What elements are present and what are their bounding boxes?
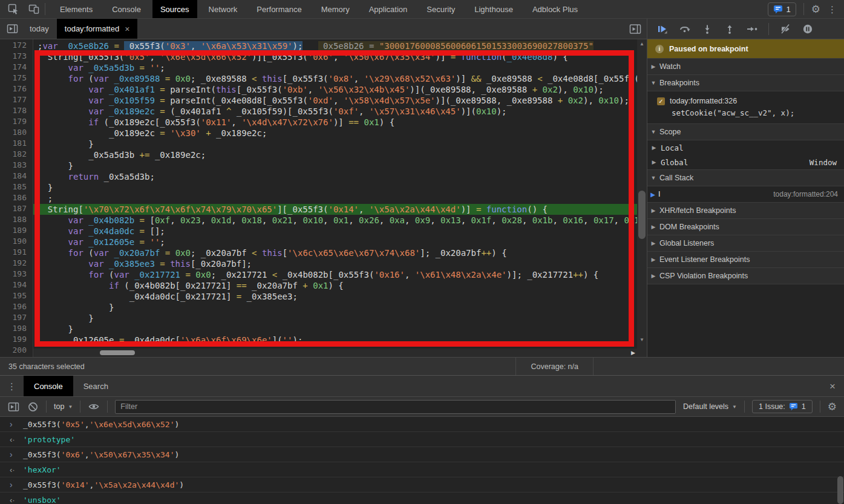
line-number[interactable]: 191 [0, 247, 33, 258]
call-stack-frame[interactable]: ▶Itoday:formatted:204 [647, 186, 844, 202]
line-number[interactable]: 181 [0, 139, 33, 149]
editor-horizontal-scrollbar[interactable]: ▶ [33, 349, 637, 357]
code-line[interactable]: var _0x401af1 = parseInt(this[_0x55f3('0… [33, 84, 637, 95]
code-line[interactable]: var _0x189e2c = (_0x401af1 ^ _0x105f59)[… [33, 106, 637, 117]
line-number[interactable]: 187 [0, 204, 33, 215]
tab-console[interactable]: Console [104, 0, 149, 18]
code-line[interactable]: var _0x4da0dc = []; [33, 226, 637, 237]
code-line[interactable]: var _0x385ee3 = this[_0x20a7bf]; [33, 258, 637, 269]
drawer-close-icon[interactable]: × [827, 376, 838, 398]
device-toolbar-icon[interactable] [28, 3, 40, 15]
line-number[interactable]: 190 [0, 237, 33, 247]
line-number[interactable]: 173 [0, 51, 33, 62]
pause-on-exceptions-icon[interactable] [802, 23, 814, 35]
more-options-icon[interactable]: ⋮ [828, 5, 837, 14]
tab-performance[interactable]: Performance [249, 0, 309, 18]
section-header-xhr-fetch-breakpoints[interactable]: ▶XHR/fetch Breakpoints [647, 203, 844, 219]
line-number[interactable]: 179 [0, 117, 33, 128]
drawer-tab-console[interactable]: Console [24, 376, 73, 396]
code-line[interactable]: _0x189e2c = '\x30' + _0x189e2c; [33, 128, 637, 139]
line-number[interactable]: 192 [0, 258, 33, 269]
line-number[interactable]: 195 [0, 291, 33, 302]
line-number[interactable]: 177 [0, 95, 33, 106]
code-line[interactable]: for (var _0x20a7bf = 0x0; _0x20a7bf < th… [33, 247, 637, 258]
clear-console-icon[interactable] [27, 401, 39, 413]
editor-vertical-scrollbar[interactable]: ▲ ▼ [637, 39, 647, 357]
console-messages[interactable]: ›_0x55f3('0x5', '\x6e\x5d\x66\x52')‹·'pr… [0, 417, 844, 504]
code-line[interactable]: } [33, 324, 637, 335]
step-over-icon[interactable] [679, 23, 691, 35]
code-line[interactable]: _0x5a5d3b += _0x189e2c; [33, 149, 637, 160]
tab-application[interactable]: Application [361, 0, 416, 18]
scroll-down-arrow-icon[interactable]: ▼ [637, 336, 647, 344]
console-input-row[interactable]: ›_0x55f3('0x14', '\x5a\x2a\x44\x4d') [0, 477, 844, 493]
line-number[interactable]: 193 [0, 269, 33, 280]
log-levels-dropdown[interactable]: Default levels▼ [683, 402, 737, 411]
section-header-scope[interactable]: ▼Scope [647, 124, 844, 140]
code-line[interactable]: var _0x12605e = ''; [33, 237, 637, 247]
line-number[interactable]: 198 [0, 324, 33, 335]
line-number[interactable]: 182 [0, 149, 33, 160]
live-expression-eye-icon[interactable] [88, 401, 100, 413]
console-input-row[interactable]: ›_0x55f3('0x5', '\x6e\x5d\x66\x52') [0, 417, 844, 432]
line-number[interactable]: 175 [0, 73, 33, 84]
section-header-csp-violation-breakpoints[interactable]: ▶CSP Violation Breakpoints [647, 268, 844, 284]
console-scroll-thumb[interactable] [837, 476, 843, 504]
code-line[interactable]: if (_0x4b082b[_0x217721] == _0x20a7bf + … [33, 280, 637, 291]
line-number[interactable]: 196 [0, 302, 33, 313]
show-navigator-icon[interactable] [6, 23, 18, 35]
code-line[interactable]: ;var _0x5e8b26 = _0x55f3('0x3', '\x6a\x5… [33, 41, 637, 51]
tab-sources[interactable]: Sources [152, 0, 197, 18]
section-header-call-stack[interactable]: ▼Call Stack [647, 170, 844, 186]
code-line[interactable]: var _0x4b082b = [0xf, 0x23, 0x1d, 0x18, … [33, 215, 637, 226]
line-number[interactable]: 183 [0, 160, 33, 171]
context-selector[interactable]: top▼ [54, 402, 73, 411]
tab-elements[interactable]: Elements [52, 0, 100, 18]
tab-network[interactable]: Network [201, 0, 246, 18]
step-into-icon[interactable] [701, 23, 713, 35]
deactivate-breakpoints-icon[interactable] [779, 23, 791, 35]
line-number[interactable]: 186 [0, 193, 33, 204]
line-number[interactable]: 172 [0, 41, 33, 51]
code-line[interactable]: } [33, 160, 637, 171]
tab-memory[interactable]: Memory [313, 0, 358, 18]
code-line[interactable]: _0x12605e = _0x4da0dc['\x6a\x6f\x69\x6e'… [33, 335, 637, 345]
code-line[interactable]: } [33, 182, 637, 193]
execution-line[interactable]: String['\x70\x72\x6f\x74\x6f\x74\x79\x70… [33, 204, 637, 215]
code-line[interactable]: if (_0x189e2c[_0x55f3('0x11', '\x4d\x47\… [33, 117, 637, 128]
line-number[interactable]: 197 [0, 313, 33, 324]
console-issues-button[interactable]: 1 Issue: 1 [752, 400, 813, 413]
step-out-icon[interactable] [724, 23, 736, 35]
line-number[interactable]: 188 [0, 215, 33, 226]
code-line[interactable]: String[_0x55f3('0x5', '\x6e\x5d\x66\x52'… [33, 51, 637, 62]
drawer-menu-icon[interactable]: ⋮ [7, 382, 16, 391]
horizontal-scroll-thumb[interactable] [100, 350, 135, 355]
code-line[interactable]: } [33, 302, 637, 313]
file-tab-today[interactable]: today [22, 19, 57, 39]
line-number[interactable]: 200 [0, 345, 33, 356]
code-line[interactable]: return _0x5a5d3b; [33, 171, 637, 182]
inspect-element-icon[interactable] [7, 3, 19, 15]
console-result-row[interactable]: ‹·'prototype' [0, 432, 844, 447]
drawer-tab-search[interactable]: Search [73, 376, 119, 396]
line-number[interactable]: 185 [0, 182, 33, 193]
line-number[interactable]: 194 [0, 280, 33, 291]
line-number[interactable]: 180 [0, 128, 33, 139]
line-number[interactable]: 176 [0, 84, 33, 95]
scroll-right-arrow-icon[interactable]: ▶ [631, 349, 635, 357]
code-line[interactable]: for (var _0x217721 = 0x0; _0x217721 < _0… [33, 269, 637, 280]
scroll-up-arrow-icon[interactable]: ▲ [637, 40, 647, 48]
code-line[interactable]: _0x4da0dc[_0x217721] = _0x385ee3; [33, 291, 637, 302]
section-header-breakpoints[interactable]: ▼Breakpoints [647, 75, 844, 91]
resume-script-icon[interactable] [656, 23, 669, 35]
line-number[interactable]: 174 [0, 62, 33, 73]
console-result-row[interactable]: ‹·'unsbox' [0, 493, 844, 504]
code-line[interactable]: for (var _0xe89588 = 0x0; _0xe89588 < th… [33, 73, 637, 84]
code-line[interactable]: var _0x5a5d3b = ''; [33, 62, 637, 73]
console-filter-input[interactable] [115, 400, 676, 414]
breakpoint-entry[interactable]: ✓today:formatted:326setCookie("acw_sc__v… [647, 91, 844, 123]
issues-counter[interactable]: 1 [768, 2, 796, 16]
close-tab-icon[interactable]: × [125, 24, 129, 34]
section-header-watch[interactable]: ▶Watch [647, 59, 844, 75]
line-number[interactable]: 184 [0, 171, 33, 182]
